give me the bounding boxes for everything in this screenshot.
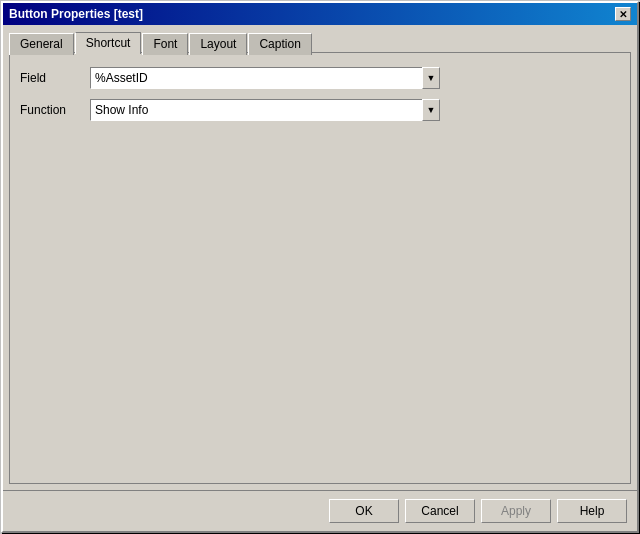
- field-row: Field %AssetID ▼: [20, 67, 620, 89]
- tab-bar: General Shortcut Font Layout Caption: [9, 31, 631, 53]
- function-select[interactable]: Show Info: [90, 99, 440, 121]
- title-bar: Button Properties [test] ✕: [3, 3, 637, 25]
- field-select[interactable]: %AssetID: [90, 67, 440, 89]
- tab-content-shortcut: Field %AssetID ▼ Function Show Info ▼: [9, 52, 631, 484]
- window-title: Button Properties [test]: [9, 7, 143, 21]
- tab-caption[interactable]: Caption: [248, 33, 311, 55]
- field-select-wrapper: %AssetID ▼: [90, 67, 440, 89]
- close-button[interactable]: ✕: [615, 7, 631, 21]
- window: Button Properties [test] ✕ General Short…: [1, 1, 639, 533]
- field-label: Field: [20, 71, 80, 85]
- cancel-button[interactable]: Cancel: [405, 499, 475, 523]
- help-button[interactable]: Help: [557, 499, 627, 523]
- window-body: General Shortcut Font Layout Caption Fie…: [3, 25, 637, 490]
- function-select-wrapper: Show Info ▼: [90, 99, 440, 121]
- ok-button[interactable]: OK: [329, 499, 399, 523]
- tab-general[interactable]: General: [9, 33, 74, 55]
- function-label: Function: [20, 103, 80, 117]
- tab-shortcut[interactable]: Shortcut: [75, 32, 142, 54]
- function-row: Function Show Info ▼: [20, 99, 620, 121]
- bottom-bar: OK Cancel Apply Help: [3, 490, 637, 531]
- tab-font[interactable]: Font: [142, 33, 188, 55]
- apply-button[interactable]: Apply: [481, 499, 551, 523]
- tab-layout[interactable]: Layout: [189, 33, 247, 55]
